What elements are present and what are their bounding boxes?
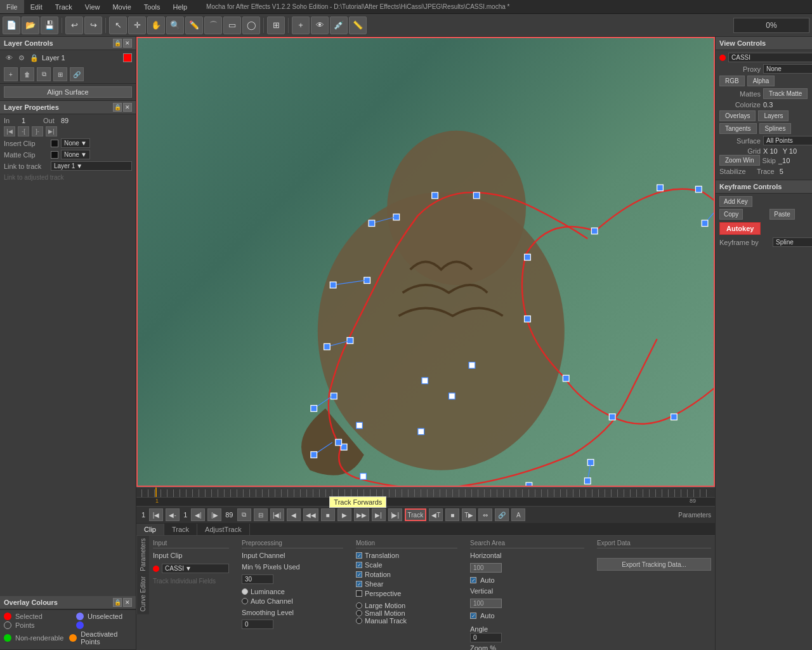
track-matte-btn[interactable]: Track Matte: [763, 88, 808, 99]
add-layer-btn[interactable]: +: [4, 67, 18, 81]
play-fast-btn[interactable]: ▶▶: [354, 508, 369, 521]
stop-btn[interactable]: ■: [321, 508, 335, 521]
surface-select[interactable]: All Points ▼: [763, 136, 812, 145]
prev-frame-btn[interactable]: ◀: [287, 508, 301, 521]
tab-adjust[interactable]: AdjustTrack: [197, 524, 250, 535]
redo-btn[interactable]: ↪: [84, 17, 102, 34]
new-btn[interactable]: 📄: [3, 17, 20, 34]
proxy-select[interactable]: None ▼: [763, 64, 812, 74]
nav-next[interactable]: ]-: [32, 126, 43, 136]
menu-track[interactable]: Track: [49, 0, 79, 13]
luminance-radio[interactable]: Luminance: [242, 588, 343, 595]
menu-edit[interactable]: Edit: [24, 0, 49, 13]
matte-clip-select[interactable]: None ▼: [61, 150, 90, 159]
canvas-container[interactable]: [136, 37, 715, 487]
del-layer-btn[interactable]: 🗑: [20, 67, 34, 81]
stop-track-btn[interactable]: ■: [445, 508, 459, 521]
link-track-select[interactable]: Layer 1 ▼: [51, 161, 132, 171]
angle-input[interactable]: [470, 633, 502, 642]
go-prev-btn[interactable]: ◀|: [191, 508, 205, 521]
track-fwd-btn[interactable]: T▶ Track Forwards: [462, 508, 476, 521]
zoom-btn[interactable]: 🔍: [166, 17, 184, 34]
layer-visibility-btn[interactable]: 👁: [4, 53, 14, 63]
auto-vert-check[interactable]: ✓: [470, 613, 476, 619]
open-btn[interactable]: 📂: [22, 17, 39, 34]
ellipse-btn[interactable]: ◯: [242, 17, 260, 34]
layer-settings-btn[interactable]: ⚙: [16, 53, 27, 63]
play-back-btn[interactable]: ◀◀: [303, 508, 318, 521]
play-fwd-btn[interactable]: ▶: [337, 508, 351, 521]
splines-btn[interactable]: Splines: [759, 123, 792, 134]
auto-btn[interactable]: A: [511, 508, 525, 521]
add-key-btn[interactable]: Add Key: [719, 196, 752, 207]
large-motion-radio[interactable]: Large Motion: [356, 602, 457, 609]
horizontal-input[interactable]: [470, 563, 502, 573]
paste-btn[interactable]: Paste: [769, 209, 795, 220]
layer-controls-lock[interactable]: 🔒: [113, 39, 122, 48]
eye-btn[interactable]: 👁: [311, 17, 329, 34]
layer-props-lock[interactable]: 🔒: [113, 103, 122, 112]
bezier-btn[interactable]: ⌒: [204, 17, 222, 34]
track-btn[interactable]: Track: [405, 508, 427, 521]
range-btn[interactable]: ⇔: [478, 508, 492, 521]
step-back-btn[interactable]: ◀-: [166, 508, 180, 521]
menu-file[interactable]: File: [0, 0, 24, 13]
link-layer-btn[interactable]: 🔗: [70, 67, 84, 81]
save-btn[interactable]: 💾: [41, 17, 58, 34]
layers-btn[interactable]: Layers: [758, 110, 789, 121]
min-pixels-input[interactable]: [242, 574, 273, 584]
add-key-tc[interactable]: ⧉: [237, 508, 251, 521]
tab-clip[interactable]: Clip: [136, 524, 164, 535]
menu-help[interactable]: Help: [166, 0, 193, 13]
scale-check[interactable]: ✓: [356, 562, 362, 568]
tab-track[interactable]: Track: [164, 524, 197, 535]
layer-color[interactable]: [123, 53, 132, 62]
vertical-input[interactable]: [470, 599, 502, 608]
next-frame-btn[interactable]: ▶|: [372, 508, 386, 521]
go-next-btn[interactable]: |▶: [207, 508, 221, 521]
go-first-btn[interactable]: |◀|: [270, 508, 284, 521]
autokey-btn[interactable]: Autokey: [719, 222, 761, 235]
translation-check[interactable]: ✓: [356, 552, 362, 559]
smoothing-input[interactable]: [242, 620, 273, 629]
dup-layer-btn[interactable]: ⧉: [37, 67, 51, 81]
keyframe-by-select[interactable]: Spline ▼: [773, 237, 812, 247]
shear-check[interactable]: ✓: [356, 581, 362, 587]
input-clip-select[interactable]: CASSI ▼: [162, 564, 229, 573]
alpha-btn[interactable]: Alpha: [747, 76, 775, 86]
manual-track-radio[interactable]: Manual Track: [356, 617, 457, 625]
layer-props-close[interactable]: ✕: [123, 103, 132, 112]
insert-clip-select[interactable]: None ▼: [61, 138, 90, 148]
pipette-btn[interactable]: 💉: [330, 17, 348, 34]
rotation-check[interactable]: ✓: [356, 571, 362, 578]
transform-btn[interactable]: ✛: [128, 17, 146, 34]
menu-view[interactable]: View: [79, 0, 107, 13]
perspective-check[interactable]: [356, 590, 362, 597]
undo-btn[interactable]: ↩: [65, 17, 83, 34]
export-tracking-btn[interactable]: Export Tracking Data...: [597, 558, 711, 571]
align-surface-btn[interactable]: Align Surface: [4, 86, 132, 98]
nav-start[interactable]: |◀: [4, 126, 15, 136]
overlay-close[interactable]: ✕: [123, 598, 132, 607]
ruler-btn[interactable]: 📏: [349, 17, 367, 34]
copy-btn[interactable]: Copy: [719, 209, 743, 220]
tangents-btn[interactable]: Tangents: [719, 123, 757, 134]
auto-channel-radio[interactable]: Auto Channel: [242, 597, 343, 605]
rgb-btn[interactable]: RGB: [719, 76, 745, 86]
nav-end[interactable]: ▶|: [46, 126, 57, 136]
del-key-tc[interactable]: ⊟: [254, 508, 268, 521]
link-btn[interactable]: 🔗: [495, 508, 509, 521]
layer-dropdown[interactable]: CASSI ▼: [728, 53, 812, 62]
menu-movie[interactable]: Movie: [106, 0, 137, 13]
layer-controls-close[interactable]: ✕: [123, 39, 132, 48]
merge-layer-btn[interactable]: ⊞: [53, 67, 67, 81]
overlays-btn[interactable]: Overlays: [719, 110, 756, 121]
small-motion-radio[interactable]: Small Motion: [356, 609, 457, 617]
select-btn[interactable]: ↖: [109, 17, 127, 34]
go-start-btn[interactable]: |◀: [149, 508, 163, 521]
nav-prev[interactable]: -[: [18, 126, 29, 136]
auto-horiz-check[interactable]: ✓: [470, 577, 476, 583]
draw-btn[interactable]: ✏️: [185, 17, 203, 34]
overlay-lock[interactable]: 🔒: [113, 598, 122, 607]
track-back-btn[interactable]: ◀T: [429, 508, 443, 521]
